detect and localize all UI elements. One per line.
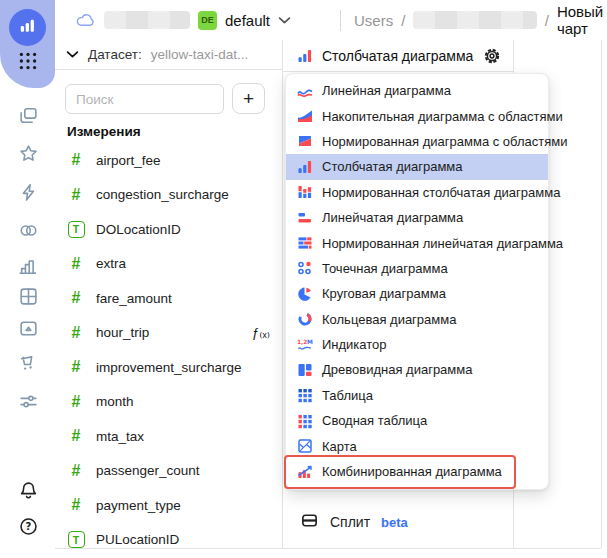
field-item-improvement_surcharge[interactable]: # improvement_surcharge (55, 350, 282, 385)
normalized-area-chart-icon (296, 133, 313, 149)
environment-switcher[interactable]: DE default (75, 0, 291, 40)
rail-item-bell[interactable] (16, 480, 40, 504)
field-item-fare_amount[interactable]: # fare_amount (55, 281, 282, 316)
chevron-down-icon (278, 16, 291, 25)
menu-item-label: Нормированная диаграмма с областями (322, 134, 567, 149)
scatter-chart-icon (296, 260, 313, 276)
column-chart-icon (296, 48, 313, 64)
pie-chart-icon (296, 286, 313, 302)
menu-item-column-chart[interactable]: Столбчатая диаграмма (286, 154, 548, 179)
field-item-payment_type[interactable]: # payment_type (55, 488, 282, 523)
rail-item-bar-chart[interactable] (16, 256, 40, 280)
add-field-button[interactable]: + (232, 83, 265, 114)
number-type-icon: # (72, 428, 81, 444)
field-item-DOLocationID[interactable]: T DOLocationID (55, 212, 282, 247)
svg-text:1,2: 1,2 (297, 339, 307, 345)
menu-item-label: Комбинированная диаграмма (322, 464, 502, 479)
menu-item-stacked-area-chart[interactable]: Накопительная диаграмма с областями (286, 103, 548, 128)
help-icon: ? (18, 516, 39, 541)
menu-item-label: Нормированная столбчатая диаграмма (322, 185, 560, 200)
formula-icon: ƒ₍ₓ₎ (252, 325, 270, 340)
field-name: PULocationID (96, 532, 179, 547)
dataset-name[interactable]: yellow-taxi-dat... (151, 47, 249, 62)
normalized-column-chart-icon (296, 184, 313, 200)
star-icon (18, 143, 39, 168)
rail-item-cart[interactable] (16, 353, 40, 377)
menu-item-pie-chart[interactable]: Круговая диаграмма (286, 281, 548, 306)
combined-chart-icon (296, 464, 313, 480)
menu-item-normalized-bar-chart-h[interactable]: Нормированная линейчатая диаграмма (286, 230, 548, 255)
dataset-selector-row: Датасет: yellow-taxi-dat... (55, 40, 282, 70)
bar-chart-h-icon (296, 210, 313, 226)
menu-item-line-chart[interactable]: Линейная диаграмма (286, 78, 548, 103)
bell-icon (18, 480, 39, 505)
number-type-icon: # (72, 463, 81, 479)
top-bar: DE default Users / / Новый чарт (55, 0, 607, 40)
rail-item-folders[interactable] (16, 105, 40, 129)
grid-window-icon (18, 286, 39, 311)
fields-list: # airport_fee # congestion_surcharge T D… (55, 143, 282, 557)
rail-item-venn[interactable] (16, 220, 40, 244)
number-type-icon: # (72, 256, 81, 272)
field-name: fare_amount (96, 291, 172, 306)
apps-grid-button[interactable] (16, 51, 39, 74)
rail-item-sliders[interactable] (16, 391, 40, 415)
field-item-extra[interactable]: # extra (55, 247, 282, 282)
rail-item-help[interactable]: ? (16, 516, 40, 540)
menu-item-combined-chart[interactable]: Комбинированная диаграмма (286, 459, 548, 484)
chevron-down-icon[interactable] (66, 50, 79, 59)
rail-item-lightning[interactable] (16, 182, 40, 206)
menu-item-treemap-chart[interactable]: Древовидная диаграмма (286, 357, 548, 382)
field-name: mta_tax (96, 429, 144, 444)
menu-item-normalized-column-chart[interactable]: Нормированная столбчатая диаграмма (286, 180, 548, 205)
map-icon (296, 438, 313, 454)
menu-item-scatter-chart[interactable]: Точечная диаграмма (286, 256, 548, 281)
menu-item-label: Кольцевая диаграмма (322, 312, 456, 327)
menu-item-label: Точечная диаграмма (322, 261, 448, 276)
redacted-org-name (104, 11, 190, 29)
rail-item-star[interactable] (16, 143, 40, 167)
env-name: default (225, 12, 270, 29)
svg-text:?: ? (25, 520, 31, 531)
breadcrumb-users[interactable]: Users (354, 12, 393, 29)
right-divider (601, 40, 602, 548)
gear-icon[interactable] (482, 46, 502, 66)
rail-item-grid-window[interactable] (16, 286, 40, 310)
menu-item-donut-chart[interactable]: Кольцевая диаграмма (286, 307, 548, 332)
rail-item-gallery-folder[interactable] (16, 318, 40, 342)
sliders-icon (18, 391, 39, 416)
menu-item-label: Нормированная линейчатая диаграмма (322, 236, 563, 251)
menu-item-table[interactable]: Таблица (286, 383, 548, 408)
field-item-congestion_surcharge[interactable]: # congestion_surcharge (55, 178, 282, 213)
string-type-icon: T (68, 531, 85, 548)
bar-chart-icon (18, 256, 39, 281)
menu-item-normalized-area-chart[interactable]: Нормированная диаграмма с областями (286, 129, 548, 154)
field-item-month[interactable]: # month (55, 385, 282, 420)
split-icon (300, 511, 319, 534)
datalens-logo[interactable] (9, 9, 46, 46)
breadcrumb-separator: / (401, 12, 405, 29)
menu-item-indicator[interactable]: 1,2M Индикатор (286, 332, 548, 357)
breadcrumb-separator: / (545, 12, 549, 29)
lightning-icon (18, 182, 39, 207)
donut-chart-icon (296, 311, 313, 327)
search-input[interactable] (65, 84, 224, 114)
stacked-area-chart-icon (296, 108, 313, 124)
field-item-PULocationID[interactable]: T PULocationID (55, 523, 282, 558)
left-rail: ? (0, 0, 55, 558)
field-item-airport_fee[interactable]: # airport_fee (55, 143, 282, 178)
menu-item-map[interactable]: Карта (286, 433, 548, 458)
field-item-passenger_count[interactable]: # passenger_count (55, 454, 282, 489)
line-chart-icon (296, 83, 313, 99)
cart-icon (18, 353, 39, 378)
field-item-hour_trip[interactable]: # hour_trip ƒ₍ₓ₎ (55, 316, 282, 351)
menu-item-label: Столбчатая диаграмма (322, 159, 463, 174)
dataset-label: Датасет: (88, 47, 142, 62)
menu-item-pivot-table[interactable]: Сводная таблица (286, 408, 548, 433)
dimensions-section-title: Измерения (67, 124, 141, 139)
number-type-icon: # (72, 359, 81, 375)
menu-item-bar-chart-h[interactable]: Линейчатая диаграмма (286, 205, 548, 230)
field-item-mta_tax[interactable]: # mta_tax (55, 419, 282, 454)
chart-type-title[interactable]: Столбчатая диаграмма (322, 48, 473, 64)
split-section[interactable]: Сплит beta (300, 510, 408, 534)
